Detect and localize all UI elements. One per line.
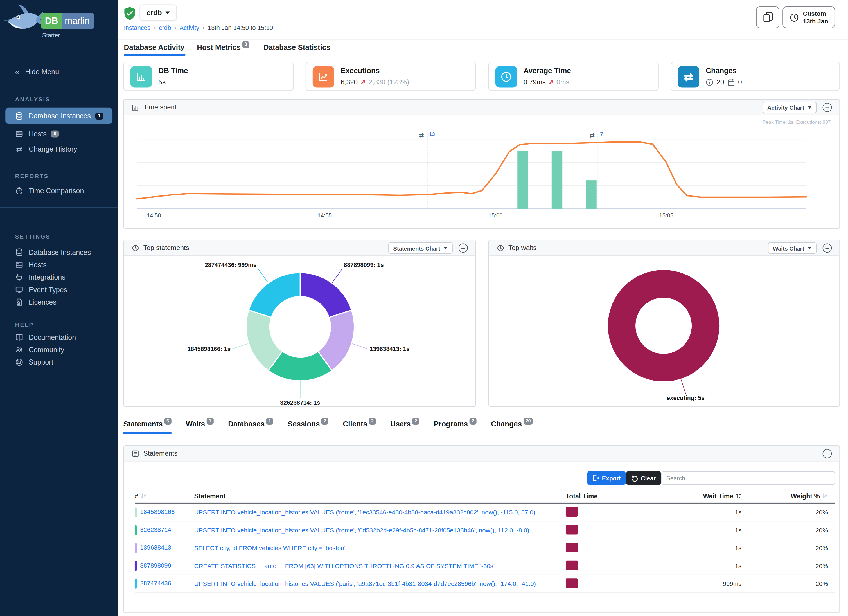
- column-header-total-time[interactable]: Total Time: [566, 492, 647, 500]
- color-key: [135, 579, 137, 589]
- time-range-button[interactable]: Custom 13th Jan: [783, 6, 835, 28]
- statement-id-link[interactable]: 139638413: [140, 544, 171, 551]
- statements-chart-dropdown[interactable]: Statements Chart: [388, 242, 453, 254]
- color-key: [135, 561, 137, 571]
- collapse-panel-button[interactable]: [458, 243, 468, 253]
- instance-name: crdb: [147, 9, 162, 16]
- breadcrumb-instances[interactable]: Instances: [124, 24, 150, 31]
- breadcrumb-activity[interactable]: Activity: [180, 24, 199, 31]
- line-chart-icon: [313, 66, 334, 88]
- hide-menu-button[interactable]: « Hide Menu: [5, 64, 113, 79]
- sidebar-item-hosts[interactable]: Hosts 0: [5, 126, 113, 141]
- collapse-panel-button[interactable]: [823, 243, 832, 253]
- edition-label: Starter: [42, 32, 60, 38]
- tab-sessions[interactable]: Sessions2: [288, 420, 328, 434]
- column-header-statement[interactable]: Statement: [194, 492, 566, 500]
- sidebar-item-settings-hosts[interactable]: Hosts: [5, 258, 113, 271]
- collapse-panel-button[interactable]: [823, 102, 832, 112]
- tab-label: Database Activity: [124, 43, 184, 52]
- svg-text:7: 7: [600, 131, 603, 137]
- panel-header: Statements: [124, 446, 839, 462]
- column-header-weight[interactable]: Weight %: [741, 492, 835, 500]
- kpi-changes: ⇄ Changes 20 0: [670, 62, 840, 91]
- top-waits-donut[interactable]: executing: 5s: [489, 256, 841, 407]
- peak-note: Peak Time: 2s, Executions: 837: [762, 120, 831, 125]
- statement-sql-link[interactable]: UPSERT INTO vehicle_location_histories V…: [194, 527, 566, 533]
- book-icon: [15, 333, 24, 341]
- tab-database-activity[interactable]: Database Activity: [124, 43, 184, 52]
- chevron-down-icon: [808, 106, 812, 109]
- kpi-value: 5s: [159, 79, 166, 86]
- shield-check-icon: [123, 6, 136, 21]
- statement-sql-link[interactable]: UPSERT INTO vehicle_location_histories V…: [194, 580, 566, 587]
- sidebar-item-documentation[interactable]: Documentation: [5, 331, 113, 343]
- database-icon: [15, 248, 24, 256]
- bar-chart-icon: [130, 66, 152, 88]
- color-key: [135, 508, 137, 517]
- statement-sql-link[interactable]: CREATE STATISTICS __auto__ FROM [63] WIT…: [194, 563, 566, 569]
- sidebar-item-database-instances[interactable]: Database Instances 1: [5, 108, 113, 124]
- sidebar-item-community[interactable]: Community: [5, 343, 113, 356]
- divider: [0, 84, 118, 85]
- wait-time-cell: 1s: [647, 527, 741, 533]
- table-row: 139638413 SELECT city, id FROM vehicles …: [135, 539, 835, 557]
- top-waits-panel: Top waits Waits Chart executing: 5s: [488, 240, 840, 407]
- tab-label: Database Statistics: [264, 43, 331, 52]
- sidebar-item-integrations[interactable]: Integrations: [5, 270, 113, 284]
- monitor-icon: [15, 285, 24, 294]
- statement-id-link[interactable]: 887898099: [140, 562, 171, 569]
- kpi-db-time: DB Time 5s: [123, 62, 294, 91]
- sidebar-item-licences[interactable]: Licences: [5, 295, 113, 308]
- weight-cell: 20%: [741, 509, 835, 516]
- column-header-wait-time[interactable]: Wait Time: [647, 492, 741, 500]
- breadcrumb: Instances › crdb › Activity › 13th Jan 1…: [124, 24, 273, 31]
- sidebar-item-support[interactable]: Support: [5, 356, 113, 368]
- kpi-title: Changes: [706, 67, 737, 75]
- column-header-num[interactable]: #: [135, 492, 194, 500]
- top-statements-donut[interactable]: 887898099: 1s139638413: 1s326238714: 1s1…: [124, 256, 476, 407]
- sidebar-item-change-history[interactable]: ⇄ Change History: [5, 141, 113, 156]
- app-root: DBmarlin Starter « Hide Menu ANALYSIS Da…: [0, 0, 848, 616]
- dropdown-label: Activity Chart: [767, 104, 804, 111]
- sidebar-item-time-comparison[interactable]: Time Comparison: [5, 183, 113, 198]
- time-spent-chart[interactable]: 14:5014:5515:0015:05⇄13⇄7: [124, 115, 841, 228]
- sort-down-icon: [141, 493, 147, 499]
- time-range-line1: Custom: [803, 10, 826, 16]
- tab-databases[interactable]: Databases1: [228, 420, 273, 434]
- color-key: [135, 525, 137, 535]
- detail-tabs: Statements5 Waits1 Databases1 Sessions2 …: [123, 420, 533, 434]
- instance-selector[interactable]: crdb: [139, 4, 177, 21]
- tab-statements[interactable]: Statements5: [123, 420, 171, 434]
- tab-label: Databases: [228, 420, 265, 428]
- statement-id-link[interactable]: 287474436: [140, 580, 171, 586]
- statement-sql-link[interactable]: SELECT city, id FROM vehicles WHERE city…: [194, 545, 566, 551]
- section-help: HELP: [15, 322, 34, 328]
- tab-users[interactable]: Users2: [390, 420, 419, 434]
- tab-waits[interactable]: Waits1: [186, 420, 214, 434]
- wait-time-cell: 1s: [647, 563, 741, 569]
- activity-chart-dropdown[interactable]: Activity Chart: [762, 102, 817, 113]
- collapse-panel-button[interactable]: [823, 449, 832, 458]
- statement-id-cell: 139638413: [135, 543, 194, 553]
- waits-chart-dropdown[interactable]: Waits Chart: [768, 242, 817, 254]
- export-button[interactable]: Export: [587, 471, 626, 485]
- total-time-bar: [566, 561, 578, 570]
- divider: [0, 56, 118, 56]
- copy-button[interactable]: [756, 6, 780, 28]
- statement-sql-link[interactable]: UPSERT INTO vehicle_location_histories V…: [194, 509, 566, 516]
- search-input[interactable]: [661, 471, 835, 485]
- tab-host-metrics[interactable]: Host Metrics0: [197, 43, 249, 52]
- tab-label: Users: [390, 420, 411, 428]
- server-icon: [15, 260, 24, 269]
- sidebar-item-settings-database-instances[interactable]: Database Instances: [5, 246, 113, 258]
- clear-button[interactable]: Clear: [626, 471, 660, 485]
- tab-programs[interactable]: Programs2: [434, 420, 477, 434]
- statement-id-link[interactable]: 326238714: [140, 527, 171, 533]
- breadcrumb-crdb[interactable]: crdb: [159, 24, 171, 31]
- tab-database-statistics[interactable]: Database Statistics: [264, 43, 331, 52]
- statement-id-link[interactable]: 1845898166: [140, 509, 175, 515]
- server-icon: [15, 130, 24, 138]
- tab-clients[interactable]: Clients2: [343, 420, 376, 434]
- sidebar-item-event-types[interactable]: Event Types: [5, 283, 113, 296]
- tab-changes[interactable]: Changes20: [491, 420, 533, 434]
